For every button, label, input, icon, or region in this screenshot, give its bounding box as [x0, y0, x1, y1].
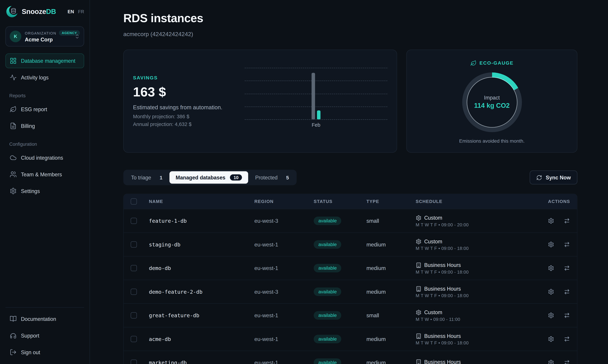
schedule-label: Business Hours — [424, 359, 461, 364]
chevrons-up-down-icon — [74, 34, 80, 39]
tab-protected[interactable]: Protected5 — [249, 171, 295, 183]
sidebar-item-database-management[interactable]: Database management — [5, 53, 84, 68]
row-settings-button[interactable] — [548, 218, 554, 224]
savings-monthly-projection: Monthly projection: 386 $ — [133, 114, 237, 119]
select-all-checkbox[interactable] — [131, 198, 137, 205]
db-type: small — [366, 312, 416, 318]
lang-fr-button[interactable]: FR — [78, 9, 84, 14]
row-checkbox[interactable] — [131, 265, 137, 271]
row-checkbox[interactable] — [131, 289, 137, 295]
db-region: eu-west-1 — [254, 360, 314, 364]
snoozedb-logo-icon — [5, 5, 19, 18]
sidebar-item-cloud-integrations[interactable]: Cloud integrations — [5, 150, 84, 165]
databases-table: NAME REGION STATUS TYPE SCHEDULE ACTIONS… — [123, 194, 577, 364]
row-transfer-button[interactable] — [564, 312, 570, 318]
schedule-detail: M T W T F • 09:00 - 20:00 — [416, 222, 540, 227]
table-row[interactable]: demo-db eu-west-1 available medium Busin… — [124, 256, 577, 280]
table-row[interactable]: staging-db eu-west-1 available medium Cu… — [124, 233, 577, 256]
table-row[interactable]: acme-db eu-west-1 available medium Busin… — [124, 327, 577, 351]
transfer-arrows-icon — [564, 218, 570, 224]
row-transfer-button[interactable] — [564, 360, 570, 364]
db-type: medium — [366, 265, 416, 271]
row-transfer-button[interactable] — [564, 265, 570, 271]
row-settings-button[interactable] — [548, 336, 554, 342]
gear-icon — [548, 289, 554, 295]
schedule-label: Custom — [424, 239, 442, 244]
row-transfer-button[interactable] — [564, 336, 570, 342]
row-settings-button[interactable] — [548, 265, 554, 271]
gear-icon — [548, 218, 554, 224]
table-row[interactable]: demo-feature-2-db eu-west-3 available me… — [124, 280, 577, 303]
organization-selector[interactable]: K ORGANIZATION AGENCY Acme Corp — [5, 26, 84, 46]
chart-bar-projected — [311, 73, 315, 119]
schedule-detail: M T W • 09:00 - 11:00 — [416, 317, 540, 321]
row-settings-button[interactable] — [548, 360, 554, 364]
db-type: medium — [366, 360, 416, 364]
savings-card: SAVINGS 163 $ Estimated savings from aut… — [123, 50, 397, 153]
row-checkbox[interactable] — [131, 241, 137, 248]
table-row[interactable]: feature-1-db eu-west-3 available small C… — [124, 209, 577, 233]
status-badge: available — [314, 217, 341, 225]
lang-en-button[interactable]: EN — [68, 9, 74, 14]
main-content: RDS instances acmecorp (424242424242) SA… — [90, 0, 608, 364]
sync-now-button[interactable]: Sync Now — [530, 170, 577, 184]
row-transfer-button[interactable] — [564, 289, 570, 295]
row-checkbox[interactable] — [131, 218, 137, 224]
chart-plot-area: Feb — [245, 68, 388, 119]
tab-to-triage[interactable]: To triage1 — [125, 171, 169, 183]
row-transfer-button[interactable] — [564, 241, 570, 248]
row-transfer-button[interactable] — [564, 218, 570, 224]
status-badge: available — [314, 358, 341, 364]
headphones-icon — [10, 332, 17, 339]
tab-count: 5 — [286, 175, 289, 181]
schedule-label: Business Hours — [424, 286, 461, 292]
tab-managed-databases[interactable]: Managed databases10 — [169, 171, 248, 183]
transfer-arrows-icon — [564, 289, 570, 295]
savings-chart: Feb — [245, 59, 388, 143]
sidebar-item-documentation[interactable]: Documentation — [5, 312, 84, 326]
table-row[interactable]: great-feature-db eu-west-1 available sma… — [124, 303, 577, 327]
sidebar-item-activity-logs[interactable]: Activity logs — [5, 70, 84, 85]
nav-label: Database management — [21, 58, 75, 64]
row-checkbox[interactable] — [131, 336, 137, 342]
nav-label: ESG report — [21, 106, 47, 112]
org-name: Acme Corp — [25, 37, 71, 43]
sidebar-item-settings[interactable]: Settings — [5, 184, 84, 198]
status-badge: available — [314, 264, 341, 273]
sidebar-item-billing[interactable]: Billing — [5, 118, 84, 133]
nav-label: Support — [21, 333, 39, 338]
sidebar-item-team-members[interactable]: Team & Members — [5, 167, 84, 182]
summary-cards: SAVINGS 163 $ Estimated savings from aut… — [123, 50, 577, 153]
row-settings-button[interactable] — [548, 312, 554, 318]
refresh-icon — [537, 175, 542, 181]
page-title: RDS instances — [123, 12, 577, 25]
header-name: NAME — [149, 199, 254, 204]
status-badge: available — [314, 287, 341, 296]
row-settings-button[interactable] — [548, 241, 554, 248]
row-checkbox[interactable] — [131, 360, 137, 364]
tab-count-badge: 10 — [230, 174, 242, 181]
db-region: eu-west-1 — [254, 265, 314, 271]
gear-icon — [10, 187, 17, 195]
document-icon — [10, 122, 17, 130]
sidebar-item-sign-out[interactable]: Sign out — [5, 345, 84, 360]
nav-label: Team & Members — [21, 171, 62, 177]
db-name: marketing-db — [149, 360, 254, 364]
db-name: demo-db — [149, 265, 254, 271]
gear-icon — [548, 241, 554, 248]
users-icon — [10, 171, 17, 178]
table-row[interactable]: marketing-db eu-west-1 available medium … — [124, 351, 577, 364]
sidebar-item-esg-report[interactable]: ESG report — [5, 102, 84, 117]
row-checkbox[interactable] — [131, 312, 137, 318]
sidebar: SnoozeDB EN FR K ORGANIZATION AGENCY Acm… — [0, 0, 90, 364]
db-region: eu-west-1 — [254, 312, 314, 318]
db-region: eu-west-3 — [254, 218, 314, 224]
sidebar-item-support[interactable]: Support — [5, 328, 84, 343]
row-settings-button[interactable] — [548, 289, 554, 295]
transfer-arrows-icon — [564, 336, 570, 342]
transfer-arrows-icon — [564, 241, 570, 248]
db-type: medium — [366, 336, 416, 342]
status-badge: available — [314, 240, 341, 249]
header-schedule: SCHEDULE — [416, 199, 540, 204]
tab-group: To triage1 Managed databases10 Protected… — [123, 170, 297, 185]
